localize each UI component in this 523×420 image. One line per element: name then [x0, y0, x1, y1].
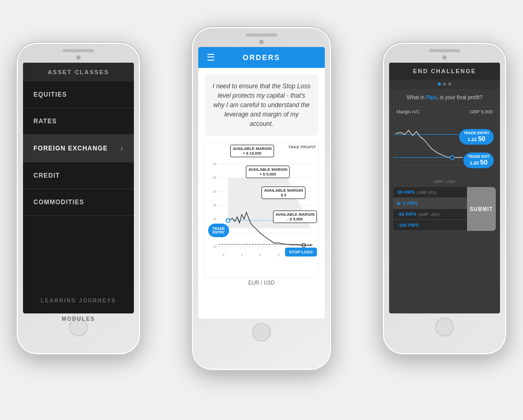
svg-text:1: 1: [241, 253, 243, 256]
gbpusd-label: GBP / USD: [389, 178, 500, 185]
svg-text:10: 10: [213, 244, 217, 248]
svg-text:0: 0: [222, 253, 224, 256]
svg-point-25: [226, 219, 230, 223]
asset-classes-header: ASSET CLASSES: [23, 63, 134, 81]
camera-right: [442, 55, 447, 60]
trade-exit-badge-right: TRADE EXIT 1.20 50: [463, 153, 494, 168]
screen-center: ☰ ORDERS I need to ensure that the Stop …: [198, 47, 325, 319]
chart-svg: 40 35 30 25 20 15 10 0 1 2 3 4 5: [205, 143, 318, 277]
speaker-center: [246, 33, 277, 37]
submit-button[interactable]: SUBMIT: [467, 187, 496, 231]
trade-entry-text: TRADE: [212, 227, 225, 230]
pips-selected-arrow: ▶: [397, 201, 401, 206]
camera-left: [76, 55, 81, 60]
annotation-margin-5k: AVAILABLE MARGIN+ $ 5,000: [246, 166, 290, 178]
svg-marker-24: [310, 244, 313, 247]
orders-quote: I need to ensure that the Stop Loss leve…: [204, 74, 319, 136]
pips-selector[interactable]: 50 PIPS (GBP 410) ▶ 0 PIPS -50 PIPS (GBP…: [393, 187, 496, 231]
svg-point-33: [450, 156, 454, 160]
margin-row: Margin A/C GBP 5,000: [389, 107, 500, 116]
speaker-left: [63, 49, 94, 52]
phone-right: END CHALLENGE What in Pips, is your fina…: [382, 42, 507, 355]
annotation-margin-neg5k: AVAILABLE MARGIN- $ 5,000: [273, 211, 317, 223]
nav-dot-2: [443, 83, 446, 86]
svg-text:35: 35: [213, 176, 217, 179]
stop-loss-button[interactable]: STOP LOSS: [285, 248, 317, 256]
svg-text:3: 3: [278, 253, 280, 256]
nav-dot-3: [448, 83, 451, 86]
svg-text:25: 25: [213, 203, 217, 207]
nav-dot-1: [438, 83, 441, 86]
end-challenge-header: END CHALLENGE: [389, 63, 500, 79]
svg-text:20: 20: [213, 217, 217, 220]
home-button-right[interactable]: [435, 318, 454, 336]
annotation-margin-0: AVAILABLE MARGIN$ 0: [262, 186, 305, 199]
orders-title: ORDERS: [243, 53, 280, 62]
menu-foreign-exchange[interactable]: FOREIGN EXCHANGE ›: [23, 135, 134, 162]
pips-highlight: Pips: [426, 95, 437, 100]
svg-text:2: 2: [259, 253, 262, 256]
margin-label: Margin A/C: [396, 109, 420, 114]
trade-entry-badge: TRADE ENTRY: [208, 224, 229, 237]
screen-right: END CHALLENGE What in Pips, is your fina…: [389, 63, 500, 313]
menu-credit[interactable]: CREDIT: [23, 162, 134, 189]
chart-xlabel: EUR / USD: [198, 280, 325, 286]
trade-entry-val1: 1.22: [468, 137, 477, 142]
orders-topbar: ☰ ORDERS: [198, 47, 325, 68]
challenge-question: What in Pips, is your final profit?: [389, 89, 500, 107]
phone-center: ☰ ORDERS I need to ensure that the Stop …: [191, 26, 332, 371]
take-profit-label: TAKE PROFIT: [288, 145, 316, 149]
svg-text:30: 30: [213, 190, 217, 193]
right-chart: TRADE ENTRY 1.22 50 TRADE EXIT 1.20 50: [393, 119, 496, 176]
hamburger-icon[interactable]: ☰: [207, 52, 215, 63]
footer-modules[interactable]: MODULES: [23, 310, 134, 313]
trade-exit-val2: 50: [480, 158, 487, 166]
annotation-margin-10k: AVAILABLE MARGIN+ $ 10,000: [230, 145, 274, 157]
menu-rates[interactable]: RATES: [23, 108, 134, 135]
phone-left: ASSET CLASSES EQUITIES RATES FOREIGN EXC…: [16, 42, 141, 355]
screen-left: ASSET CLASSES EQUITIES RATES FOREIGN EXC…: [23, 63, 134, 313]
margin-value: GBP 5,000: [470, 109, 493, 114]
camera-center: [259, 40, 264, 44]
footer-learning-journeys[interactable]: LEARNING JOURNEYS: [23, 291, 134, 310]
speaker-right: [429, 49, 460, 52]
home-button-center[interactable]: [252, 323, 271, 342]
chevron-right-icon: ›: [120, 144, 123, 153]
trade-entry-label-right: TRADE ENTRY: [463, 131, 490, 135]
trade-entry-val2: 50: [478, 135, 485, 143]
trade-exit-val1: 1.20: [470, 160, 479, 166]
svg-text:40: 40: [213, 162, 217, 166]
orders-chart: 40 35 30 25 20 15 10 0 1 2 3 4 5: [204, 142, 319, 278]
nav-dots: [389, 79, 500, 89]
trade-exit-label-right: TRADE EXIT: [468, 155, 490, 158]
menu-equities[interactable]: EQUITIES: [23, 81, 134, 108]
trade-entry-badge-right: TRADE ENTRY 1.22 50: [459, 129, 494, 145]
menu-commodities[interactable]: COMMODITIES: [23, 189, 134, 216]
